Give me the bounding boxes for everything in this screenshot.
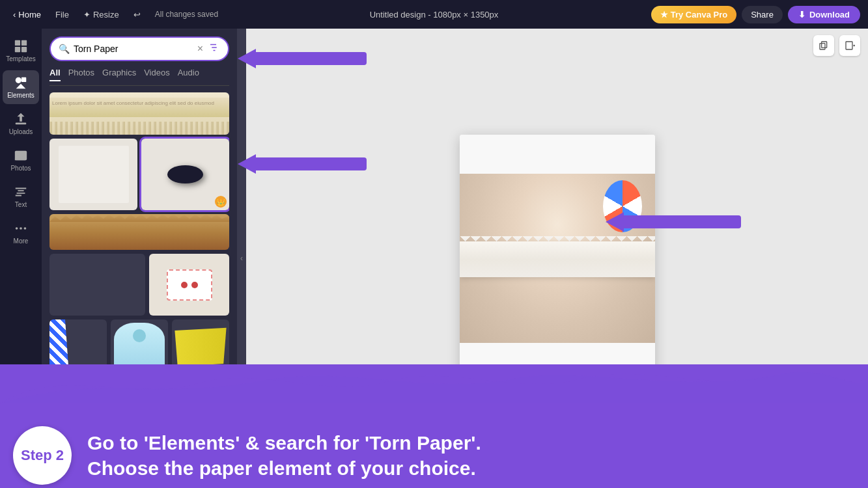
results-row bbox=[49, 254, 229, 316]
sidebar-item-text[interactable]: Text bbox=[3, 180, 39, 213]
tab-audio[interactable]: Audio bbox=[178, 68, 199, 81]
search-clear-button[interactable]: × bbox=[197, 43, 203, 55]
sidebar-item-templates[interactable]: Templates bbox=[3, 34, 39, 68]
search-input[interactable]: Torn Paper bbox=[74, 44, 197, 54]
torn-paper-element[interactable] bbox=[460, 241, 655, 277]
svg-point-11 bbox=[20, 227, 22, 230]
search-result-item[interactable]: Lorem ipsum dolor sit amet consectetur a… bbox=[49, 92, 229, 135]
search-filter-button[interactable] bbox=[208, 42, 220, 56]
more-icon bbox=[14, 221, 28, 236]
step-circle: Step 2 bbox=[13, 426, 72, 485]
results-row: 👑 bbox=[49, 139, 229, 210]
text-icon bbox=[14, 185, 28, 199]
arrow-3 bbox=[606, 212, 741, 232]
design-canvas bbox=[460, 135, 655, 382]
svg-rect-16 bbox=[820, 44, 825, 49]
home-button[interactable]: ‹ Home bbox=[8, 7, 46, 22]
star-icon: ★ bbox=[660, 10, 668, 20]
arrow-head-icon bbox=[238, 154, 256, 174]
bottom-section: Step 2 Go to 'Elements' & search for 'To… bbox=[0, 364, 868, 488]
svg-point-10 bbox=[16, 227, 18, 230]
svg-point-4 bbox=[16, 77, 21, 83]
search-result-item[interactable] bbox=[49, 214, 229, 250]
results-row bbox=[49, 214, 229, 250]
canvas-photo-area bbox=[460, 174, 655, 343]
arrow-body bbox=[624, 215, 741, 228]
sidebar-item-photos[interactable]: Photos bbox=[3, 143, 39, 177]
file-button[interactable]: File bbox=[50, 7, 74, 22]
arrow-1 bbox=[238, 49, 367, 68]
top-navigation: ‹ Home File ✦ Resize ↩ All changes saved… bbox=[0, 0, 868, 29]
resize-icon: ✦ bbox=[83, 10, 91, 20]
svg-rect-1 bbox=[21, 40, 27, 46]
instruction-text: Go to 'Elements' & search for 'Torn Pape… bbox=[87, 430, 481, 481]
tab-graphics[interactable]: Graphics bbox=[102, 68, 136, 81]
svg-rect-2 bbox=[15, 47, 20, 52]
svg-rect-5 bbox=[21, 77, 26, 82]
arrow-body bbox=[256, 52, 367, 65]
canvas-toolbar bbox=[813, 35, 860, 56]
duplicate-icon bbox=[819, 40, 829, 51]
search-bar-container: 🔍 Torn Paper × bbox=[49, 36, 229, 61]
tab-photos[interactable]: Photos bbox=[68, 68, 94, 81]
elements-icon bbox=[14, 75, 28, 90]
design-title: Untitled design - 1080px × 1350px bbox=[370, 10, 499, 20]
step-label: Step 2 bbox=[21, 447, 64, 464]
svg-rect-17 bbox=[822, 42, 827, 47]
download-icon: ⬇ bbox=[798, 10, 805, 20]
svg-point-12 bbox=[24, 227, 27, 230]
chevron-left-icon: ‹ bbox=[240, 254, 243, 263]
undo-button[interactable]: ↩ bbox=[128, 7, 146, 22]
search-result-item[interactable] bbox=[49, 139, 137, 210]
tab-all[interactable]: All bbox=[49, 68, 61, 81]
pro-badge: 👑 bbox=[215, 196, 227, 208]
try-canva-pro-button[interactable]: ★ Try Canva Pro bbox=[651, 6, 736, 23]
svg-rect-0 bbox=[15, 40, 20, 46]
share-button[interactable]: Share bbox=[742, 6, 783, 23]
duplicate-button[interactable] bbox=[813, 35, 834, 56]
uploads-icon bbox=[14, 112, 28, 126]
chevron-left-icon: ‹ bbox=[13, 10, 16, 20]
svg-rect-18 bbox=[846, 42, 852, 49]
photos-icon bbox=[14, 148, 28, 163]
arrow-head-icon bbox=[238, 49, 256, 68]
search-result-item[interactable] bbox=[49, 254, 145, 316]
sidebar-item-uploads[interactable]: Uploads bbox=[3, 107, 39, 141]
resize-button[interactable]: ✦ Resize bbox=[78, 7, 124, 22]
wave-decoration bbox=[0, 364, 868, 403]
search-result-item-selected[interactable]: 👑 bbox=[141, 139, 229, 210]
sidebar-item-more[interactable]: More bbox=[3, 216, 39, 250]
add-page-icon bbox=[845, 40, 855, 51]
templates-icon bbox=[14, 39, 28, 53]
search-icon: 🔍 bbox=[59, 44, 70, 54]
tab-videos[interactable]: Videos bbox=[144, 68, 170, 81]
download-button[interactable]: ⬇ Download bbox=[788, 6, 860, 23]
svg-marker-6 bbox=[16, 84, 26, 88]
undo-icon: ↩ bbox=[133, 10, 141, 20]
arrow-head-icon bbox=[606, 212, 624, 232]
search-tabs: All Photos Graphics Videos Audio bbox=[49, 68, 229, 86]
add-page-button[interactable] bbox=[839, 35, 860, 56]
sidebar-item-elements[interactable]: Elements bbox=[3, 70, 39, 104]
results-row: Lorem ipsum dolor sit amet consectetur a… bbox=[49, 92, 229, 135]
svg-point-9 bbox=[18, 153, 20, 156]
arrow-2 bbox=[238, 154, 367, 174]
svg-rect-7 bbox=[16, 123, 27, 125]
saved-status: All changes saved bbox=[155, 10, 218, 19]
svg-rect-3 bbox=[21, 47, 27, 52]
search-result-item[interactable] bbox=[149, 254, 229, 316]
arrow-body bbox=[256, 157, 367, 170]
canvas-top-area bbox=[460, 135, 655, 174]
bottom-content: Step 2 Go to 'Elements' & search for 'To… bbox=[0, 403, 868, 488]
